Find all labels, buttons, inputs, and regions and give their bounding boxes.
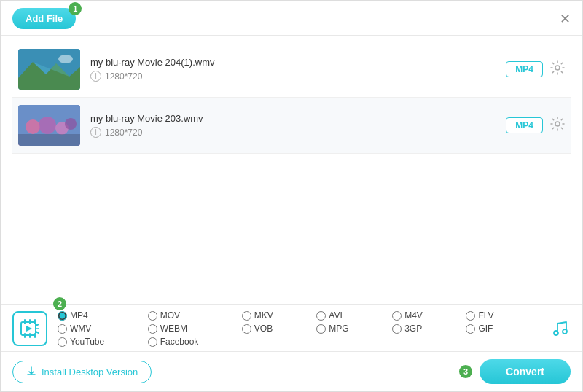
video-icon-box[interactable] (12, 311, 47, 346)
action-bar: Install Desktop Version 3 Convert (1, 351, 582, 391)
svg-point-3 (58, 55, 73, 63)
format-gif[interactable]: GIF (466, 324, 533, 334)
add-file-badge: 1 (69, 2, 82, 15)
format-3gp[interactable]: 3GP (392, 324, 461, 334)
svg-rect-10 (18, 134, 80, 146)
format-section: 2 MP4 (1, 304, 582, 351)
file-name: my blu-ray Movie 204(1).wmv (90, 57, 506, 68)
format-button[interactable]: MP4 (506, 117, 543, 133)
format-mpg[interactable]: MPG (316, 324, 388, 334)
svg-marker-19 (26, 326, 32, 332)
file-item: my blu-ray Movie 204(1).wmv i 1280*720 M… (12, 42, 571, 98)
file-actions: MP4 (506, 117, 565, 134)
format-vob[interactable]: VOB (242, 324, 313, 334)
format-mkv[interactable]: MKV (242, 310, 313, 321)
convert-button[interactable]: Convert (480, 359, 571, 384)
info-icon[interactable]: i (90, 127, 101, 138)
install-label: Install Desktop Version (42, 366, 138, 377)
file-info: my blu-ray Movie 203.wmv i 1280*720 (90, 113, 506, 138)
format-badge: 2 (53, 297, 66, 310)
file-name: my blu-ray Movie 203.wmv (90, 113, 506, 124)
add-file-label: Add File (26, 13, 63, 24)
format-webm[interactable]: WEBM (148, 324, 238, 334)
svg-point-11 (555, 122, 560, 126)
music-icon-box[interactable] (539, 313, 571, 345)
convert-area: 3 Convert (459, 359, 571, 384)
add-file-button[interactable]: Add File 1 (12, 8, 76, 29)
format-facebook[interactable]: Facebook (148, 337, 238, 347)
svg-point-23 (554, 331, 558, 335)
format-mp4[interactable]: MP4 (58, 310, 144, 321)
file-thumbnail (18, 49, 80, 90)
format-flv[interactable]: FLV (466, 310, 533, 321)
format-wmv[interactable]: WMV (58, 324, 144, 334)
format-avi[interactable]: AVI (316, 310, 388, 321)
file-thumbnail (18, 105, 80, 146)
format-youtube[interactable]: YouTube (58, 337, 144, 347)
svg-point-24 (563, 329, 567, 334)
top-bar: Add File 1 ✕ (1, 1, 582, 36)
format-grid: MP4 MOV MKV AVI M4V FLV (58, 310, 533, 347)
file-meta: i 1280*720 (90, 127, 506, 138)
file-list: my blu-ray Movie 204(1).wmv i 1280*720 M… (1, 36, 582, 160)
file-resolution: 1280*720 (105, 71, 142, 82)
file-actions: MP4 (506, 60, 565, 78)
settings-button[interactable] (550, 60, 565, 78)
file-info: my blu-ray Movie 204(1).wmv i 1280*720 (90, 57, 506, 82)
format-m4v[interactable]: M4V (392, 310, 461, 321)
close-button[interactable]: ✕ (560, 12, 571, 26)
svg-point-4 (555, 66, 560, 70)
format-mov[interactable]: MOV (148, 310, 238, 321)
convert-badge: 3 (459, 365, 472, 378)
svg-point-7 (39, 117, 56, 134)
svg-point-9 (65, 118, 77, 130)
install-button[interactable]: Install Desktop Version (12, 361, 152, 383)
file-item: my blu-ray Movie 203.wmv i 1280*720 MP4 (12, 98, 571, 154)
file-meta: i 1280*720 (90, 71, 506, 82)
file-resolution: 1280*720 (105, 128, 142, 138)
bottom-panel: 2 MP4 (1, 304, 582, 391)
settings-button[interactable] (550, 117, 565, 134)
svg-point-6 (26, 119, 40, 134)
format-button[interactable]: MP4 (506, 61, 543, 77)
info-icon[interactable]: i (90, 71, 101, 82)
